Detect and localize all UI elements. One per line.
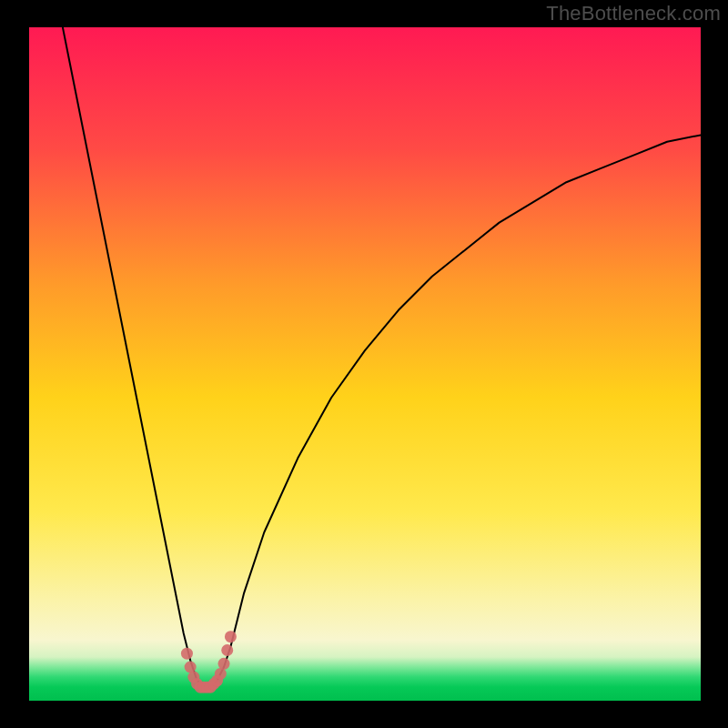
bottleneck-plot <box>29 27 701 701</box>
minimum-marker <box>215 668 227 680</box>
minimum-marker <box>185 662 197 673</box>
plot-svg <box>29 27 701 701</box>
minimum-marker <box>221 644 233 656</box>
chart-stage: TheBottleneck.com <box>0 0 728 728</box>
watermark-label: TheBottleneck.com <box>546 2 721 25</box>
minimum-marker <box>218 658 230 670</box>
minimum-marker <box>181 648 193 660</box>
minimum-marker <box>225 631 237 642</box>
